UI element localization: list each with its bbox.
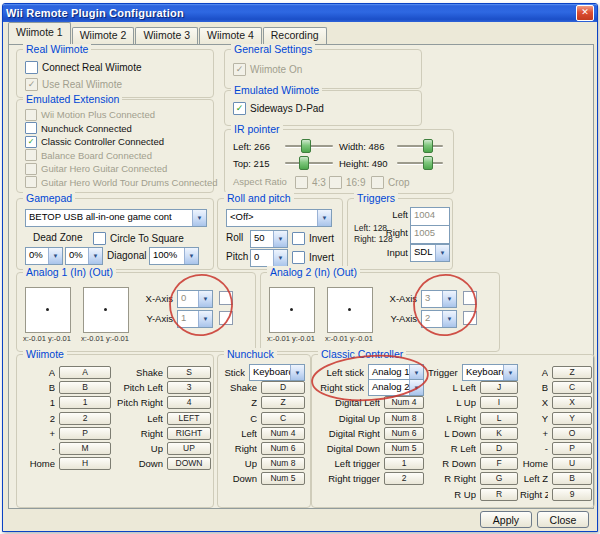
mapping-button[interactable]: 9 [552,488,592,501]
y-axis-invert-checkbox[interactable] [463,311,477,325]
checkbox-box[interactable] [25,61,38,74]
checkbox-box[interactable] [25,122,37,134]
slider-track[interactable] [397,145,443,147]
mapping-button[interactable]: H [59,457,111,470]
trigger-right-field[interactable]: 1005 [410,225,450,244]
slider-thumb[interactable] [299,156,309,170]
tab-wiimote-4[interactable]: Wiimote 4 [199,27,262,44]
mapping-button[interactable]: LEFT [167,412,211,425]
mapping-button[interactable]: Z [261,396,305,409]
mapping-button[interactable]: J [480,381,518,394]
trigger-left-field[interactable]: 1004 [410,207,450,226]
checkbox-box[interactable]: ✓ [233,102,246,115]
pitch-invert-checkbox[interactable]: Invert [292,250,334,264]
checkbox-box[interactable]: ✓ [25,136,37,148]
slider-thumb[interactable] [423,156,433,170]
mapping-button[interactable]: C [552,381,592,394]
y-axis-invert-checkbox[interactable] [219,311,233,325]
mapping-button[interactable]: F [480,457,518,470]
mapping-button[interactable]: 2 [59,412,111,425]
tab-wiimote-2[interactable]: Wiimote 2 [72,27,135,44]
ir-top-slider[interactable] [285,155,333,170]
extension-checkbox-row[interactable]: Nunchuck Connected [25,122,211,136]
mapping-button[interactable]: 1 [59,396,111,409]
pitch-range-select[interactable]: 0 ▼ [250,249,288,267]
mapping-button[interactable]: Num 6 [384,427,424,440]
mapping-button[interactable]: Num 4 [261,427,305,440]
checkbox-box[interactable] [93,232,106,245]
mapping-button[interactable]: X [552,396,592,409]
circle-to-square-checkbox[interactable]: Circle To Square [93,231,184,245]
ir-left-slider[interactable] [285,138,333,153]
checkbox-box[interactable] [292,251,305,264]
x-axis-invert-checkbox[interactable] [219,291,233,305]
titlebar-close-button[interactable]: ✕ [576,5,594,21]
mapping-button[interactable]: 4 [167,396,211,409]
mapping-button[interactable]: Num 5 [261,472,305,485]
input-select[interactable]: SDL ▼ [410,244,450,262]
roll-pitch-mode-select[interactable]: <Off> ▼ [226,209,332,227]
connect-real-wiimote-checkbox[interactable]: Connect Real Wiimote [25,60,141,74]
dead-zone-x-select[interactable]: 0% ▼ [25,247,63,265]
mapping-button[interactable]: M [59,442,111,455]
wiimote-on-checkbox: ✓Wiimote On [233,62,302,76]
checkbox-box[interactable] [292,232,305,245]
mapping-button[interactable]: C [261,412,305,425]
mapping-button[interactable]: Num 6 [261,442,305,455]
diagonal-select[interactable]: 100% ▼ [149,247,199,265]
mapping-button[interactable]: Num 4 [384,396,424,409]
mapping-button[interactable]: DOWN [167,457,211,470]
mapping-button[interactable]: 3 [167,381,211,394]
y-axis-select[interactable]: 1 ▼ [177,310,213,328]
mapping-button[interactable]: S [167,366,211,379]
mapping-button[interactable]: Z [552,366,592,379]
emulated-extension-group: Emulated Extension Wii Motion Plus Conne… [16,99,214,193]
gamepad-device-select[interactable]: BETOP USB all-in-one game cont ▼ [25,209,207,227]
mapping-button[interactable]: UP [167,442,211,455]
mapping-button[interactable]: A [59,366,111,379]
roll-invert-checkbox[interactable]: Invert [292,231,334,245]
mapping-select[interactable]: Analog 2▼ [368,379,424,396]
roll-range-select[interactable]: 50 ▼ [250,230,288,248]
mapping-button[interactable]: Num 8 [384,412,424,425]
tab-wiimote-3[interactable]: Wiimote 3 [135,27,198,44]
mapping-button[interactable]: D [480,442,518,455]
slider-thumb[interactable] [423,139,433,153]
mapping-button[interactable]: B [59,381,111,394]
slider-track[interactable] [397,162,443,164]
mapping-button[interactable]: P [59,427,111,440]
mapping-button[interactable]: D [261,381,305,394]
mapping-button[interactable]: Y [552,412,592,425]
dead-zone-y-select[interactable]: 0% ▼ [65,247,103,265]
mapping-select[interactable]: Keyboard▼ [249,364,305,381]
mapping-button[interactable]: 2 [384,472,424,485]
mapping-button[interactable]: P [552,442,592,455]
slider-thumb[interactable] [301,139,311,153]
ir-height-slider[interactable] [397,155,443,170]
x-axis-select[interactable]: 0 ▼ [177,290,213,308]
mapping-button[interactable]: Num 5 [384,442,424,455]
sideways-dpad-checkbox[interactable]: ✓Sideways D-Pad [233,101,324,115]
mapping-button[interactable]: U [552,457,592,470]
title-bar[interactable]: Wii Remote Plugin Configuration ✕ [3,4,597,22]
mapping-button[interactable]: I [480,396,518,409]
mapping-button[interactable]: Num 8 [261,457,305,470]
x-axis-select[interactable]: 3 ▼ [421,290,457,308]
mapping-button[interactable]: O [552,427,592,440]
mapping-button[interactable]: K [480,427,518,440]
tab-recording[interactable]: Recording [263,27,327,44]
close-button[interactable]: Close [537,511,589,528]
y-axis-select[interactable]: 2 ▼ [421,310,457,328]
mapping-button[interactable]: L [480,412,518,425]
mapping-button[interactable]: B [552,472,592,485]
mapping-button[interactable]: 1 [384,457,424,470]
ir-width-slider[interactable] [397,138,443,153]
tab-wiimote-1[interactable]: Wiimote 1 [8,22,71,44]
mapping-button[interactable]: G [480,472,518,485]
extension-checkbox-row[interactable]: ✓Classic Controller Connected [25,135,211,149]
mapping-button[interactable]: RIGHT [167,427,211,440]
mapping-select[interactable]: Keyboard▼ [462,364,518,381]
apply-button[interactable]: Apply [480,511,532,528]
x-axis-invert-checkbox[interactable] [463,291,477,305]
mapping-button[interactable]: R [480,488,518,501]
